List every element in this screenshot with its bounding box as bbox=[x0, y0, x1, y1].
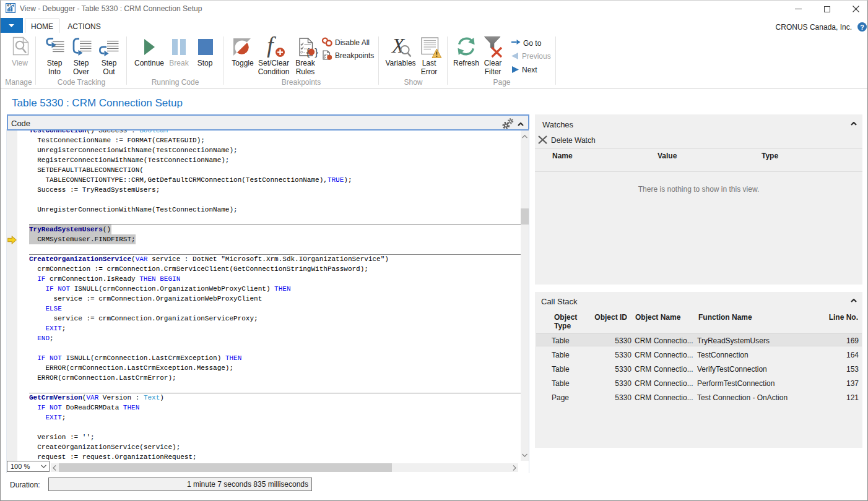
svg-text:{: { bbox=[306, 46, 310, 58]
svg-text:?: ? bbox=[860, 24, 864, 31]
svg-text:}: } bbox=[315, 46, 318, 58]
svg-text:f: f bbox=[267, 35, 276, 58]
